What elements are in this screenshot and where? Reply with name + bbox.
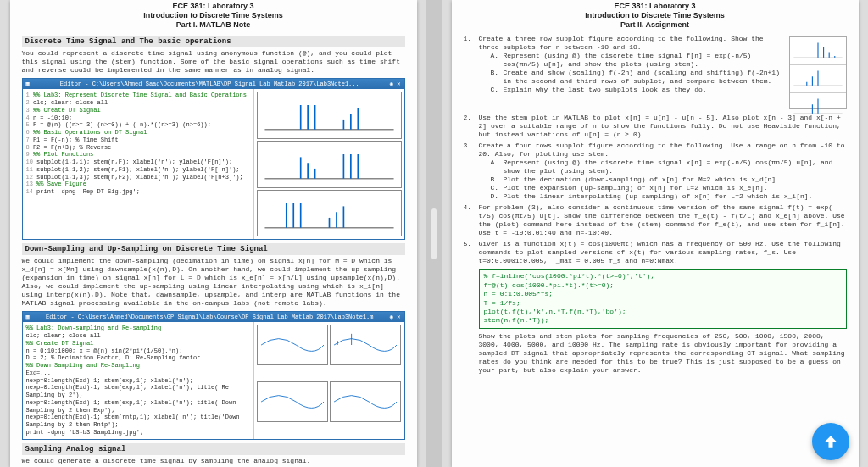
arrow-up-icon <box>822 433 839 450</box>
fab-button[interactable] <box>812 423 849 460</box>
code-1-titlebar: ▦ Editor - C:\Users\Ahmed Saad\Documents… <box>23 79 404 89</box>
viewport: ECE 381: Laboratory 3 Introduction to Di… <box>0 0 868 467</box>
close-icon[interactable]: ◉ ✕ <box>390 314 401 320</box>
q4: 4. For problem (3), also consider a cont… <box>464 203 847 237</box>
plot-f-n-3 <box>257 190 402 237</box>
right-page: ECE 381: Laboratory 3 Introduction to Di… <box>452 0 859 467</box>
header-right: ECE 381: Laboratory 3 Introduction to Di… <box>464 0 847 32</box>
section-2-para: We could implement the down-sampling (de… <box>22 257 405 308</box>
q1-c: Explain why the last two subplots look a… <box>504 86 707 94</box>
section-1-para: You could represent a discrete time sign… <box>22 49 405 75</box>
section-3-title: Sampling Analog signal <box>22 443 405 455</box>
course-code-r: ECE 381: Laboratory 3 <box>464 2 847 11</box>
section-3-para: We could generate a discrete time signal… <box>22 457 405 465</box>
plot-f-neg-n <box>257 141 402 188</box>
q1-plot-2 <box>790 65 846 93</box>
code-1-body: 1 %% Lab3: Represent Discrete Time Signa… <box>23 89 404 239</box>
plot-ds-1 <box>257 325 328 365</box>
header-left: ECE 381: Laboratory 3 Introduction to Di… <box>22 0 405 32</box>
code-2-title-text: Editor - C:\Users\Ahmed\Documents\GP Sig… <box>46 314 373 320</box>
divider-handle[interactable] <box>431 208 437 259</box>
q5: 5. Given is a function x(t) = cos(1000πt… <box>464 240 847 374</box>
part-1-label: Part I. MATLAB Note <box>22 20 405 30</box>
q5-trail: Show the plots and stem plots for sampli… <box>479 332 845 374</box>
q1-plot-1 <box>790 37 846 65</box>
q2: 2. Use the stem plot in MATLAB to plot x… <box>464 114 847 139</box>
q1-b: Create and show (scaling) f(-2n) and (sc… <box>504 69 786 86</box>
close-icon[interactable]: ◉ ✕ <box>390 81 401 87</box>
q3-lead: Create a four rows subplot figure accord… <box>479 142 845 158</box>
plot-ds-2 <box>330 325 401 365</box>
section-2-title: Down-Sampling and Up-Sampling on Discret… <box>22 243 405 255</box>
q1-plot-box <box>789 36 847 109</box>
lab-title: Introduction to Discrete Time Systems <box>22 11 405 20</box>
section-3-body: We could generate a discrete time signal… <box>22 457 405 465</box>
section-2-body: We could implement the down-sampling (de… <box>22 257 405 308</box>
code-2-plots <box>253 322 404 438</box>
q1-a: Represent (using @) the discrete time si… <box>504 52 786 69</box>
section-1-body: You could represent a discrete time sign… <box>22 49 405 75</box>
q3-c: Plot the expansion (up-sampling) of x[n]… <box>504 184 768 192</box>
lab-title-r: Introduction to Discrete Time Systems <box>464 11 847 20</box>
q1-lead: Create a three row subplot figure accord… <box>479 35 764 51</box>
page-divider[interactable] <box>426 0 442 467</box>
code-2-body: %% Lab3: Down-sampling and Re-sampling c… <box>23 322 404 438</box>
q3-d: Plot the linear interpolating (up-sampli… <box>504 192 813 201</box>
q3-a: Represent (using @) the discrete time si… <box>504 158 847 175</box>
q3: 3. Create a four rows subplot figure acc… <box>464 142 847 201</box>
right-page-wrap: ECE 381: Laboratory 3 Introduction to Di… <box>442 0 868 467</box>
q2-text: Use the stem plot in MATLAB to plot x[n]… <box>479 114 847 139</box>
q5-lead: Given is a function x(t) = cos(1000πt) w… <box>479 240 841 264</box>
plot-ds-3 <box>257 381 328 422</box>
editor-icon: ▦ <box>26 81 30 87</box>
code-window-1: ▦ Editor - C:\Users\Ahmed Saad\Documents… <box>22 78 405 240</box>
part-2-label: Part II. Assignment <box>464 20 847 30</box>
code-window-2: ▦ Editor - C:\Users\Ahmed\Documents\GP S… <box>22 311 405 439</box>
plot-ds-4 <box>330 381 401 422</box>
q4-text: For problem (3), also consider a continu… <box>479 203 847 237</box>
q1: 1. Create a three row subplot figure acc… <box>464 35 847 111</box>
code-1-text: 1 %% Lab3: Represent Discrete Time Signa… <box>23 89 253 239</box>
code-2-text: %% Lab3: Down-sampling and Re-sampling c… <box>23 322 253 438</box>
code-1-plots <box>253 89 404 239</box>
assignment-list: 1. Create a three row subplot figure acc… <box>464 35 847 374</box>
editor-icon: ▦ <box>26 314 30 320</box>
left-page: ECE 381: Laboratory 3 Introduction to Di… <box>10 0 417 467</box>
course-code: ECE 381: Laboratory 3 <box>22 2 405 11</box>
left-page-wrap: ECE 381: Laboratory 3 Introduction to Di… <box>0 0 426 467</box>
plot-fn <box>257 92 402 139</box>
code-2-titlebar: ▦ Editor - C:\Users\Ahmed\Documents\GP S… <box>23 312 404 322</box>
q5-code: % f=inline('cos(1000.*pi*t).*(t>=0)','t'… <box>479 269 847 328</box>
section-1-title: Discrete Time Signal and The basic opera… <box>22 36 405 47</box>
code-1-title-text: Editor - C:\Users\Ahmed Saad\Documents\M… <box>60 81 359 87</box>
q3-b: Plot the decimation (down-sampling) of x… <box>504 175 780 184</box>
